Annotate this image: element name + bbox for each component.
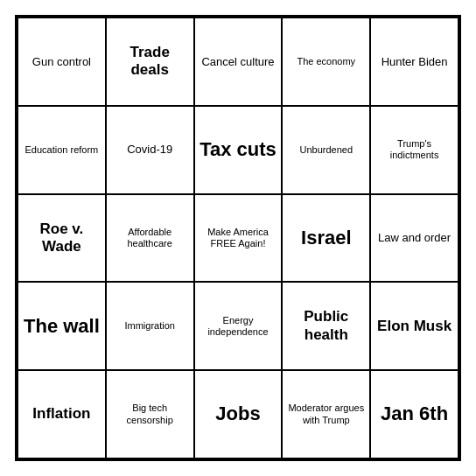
bingo-cell-r0c2[interactable]: Cancel culture <box>194 18 283 106</box>
bingo-cell-r1c4[interactable]: Trump's indictments <box>370 106 458 194</box>
bingo-cell-r1c2[interactable]: Tax cuts <box>194 106 283 194</box>
bingo-cell-r4c0[interactable]: Inflation <box>18 370 106 458</box>
bingo-cell-r4c1[interactable]: Big tech censorship <box>106 370 194 458</box>
bingo-cell-r2c0[interactable]: Roe v. Wade <box>18 194 106 283</box>
bingo-cell-r1c0[interactable]: Education reform <box>18 106 106 194</box>
bingo-board: Gun controlTrade dealsCancel cultureThe … <box>15 15 461 461</box>
bingo-cell-r3c4[interactable]: Elon Musk <box>370 282 458 370</box>
bingo-cell-r2c3[interactable]: Israel <box>282 194 370 283</box>
bingo-cell-r1c3[interactable]: Unburdened <box>282 106 370 194</box>
bingo-cell-r4c2[interactable]: Jobs <box>194 370 283 458</box>
bingo-cell-r3c1[interactable]: Immigration <box>106 282 194 370</box>
bingo-cell-r3c0[interactable]: The wall <box>18 282 106 370</box>
bingo-cell-r2c1[interactable]: Affordable healthcare <box>106 194 194 283</box>
bingo-cell-r2c2[interactable]: Make America FREE Again! <box>194 194 283 283</box>
bingo-cell-r0c3[interactable]: The economy <box>282 18 370 106</box>
bingo-cell-r3c3[interactable]: Public health <box>282 282 370 370</box>
bingo-cell-r1c1[interactable]: Covid-19 <box>106 106 194 194</box>
bingo-cell-r0c0[interactable]: Gun control <box>18 18 106 106</box>
bingo-cell-r0c4[interactable]: Hunter Biden <box>370 18 458 106</box>
bingo-cell-r4c3[interactable]: Moderator argues with Trump <box>282 370 370 458</box>
bingo-cell-r3c2[interactable]: Energy independence <box>194 282 283 370</box>
bingo-cell-r2c4[interactable]: Law and order <box>370 194 458 283</box>
bingo-cell-r0c1[interactable]: Trade deals <box>106 18 194 106</box>
bingo-cell-r4c4[interactable]: Jan 6th <box>370 370 458 458</box>
